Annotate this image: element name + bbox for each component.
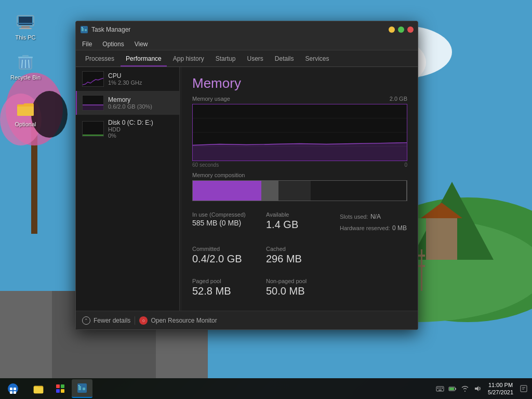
stat-in-use-label: In use (Compressed) <box>192 211 260 218</box>
resource-monitor-icon: ○ <box>139 316 148 325</box>
this-pc-label: This PC <box>15 34 35 41</box>
chart-time-end: 0 <box>404 162 407 168</box>
stat-committed: Committed 0.4/2.0 GB <box>192 246 260 272</box>
chart-label: Memory usage <box>192 96 230 102</box>
tray-battery-icon[interactable] <box>448 384 457 393</box>
taskbar-store[interactable] <box>50 379 71 398</box>
cpu-info: CPU 1% 2.30 GHz <box>108 72 142 86</box>
stat-paged: Paged pool 52.8 MB <box>192 278 260 304</box>
tray-volume-icon[interactable] <box>473 384 482 393</box>
svg-rect-58 <box>61 389 64 393</box>
stat-slots-value: N/A <box>370 213 381 220</box>
comp-modified <box>261 181 278 201</box>
menu-file[interactable]: File <box>80 39 94 49</box>
stat-nonpaged-label: Non-paged pool <box>266 278 334 284</box>
svg-rect-39 <box>83 105 104 111</box>
tab-processes[interactable]: Processes <box>80 52 119 66</box>
menu-bar: File Options View <box>76 38 418 50</box>
title-bar: Task Manager <box>76 21 418 38</box>
taskbar-tray: 11:00 PM 5/27/2021 <box>432 378 532 399</box>
chart-time-start: 60 seconds <box>192 162 219 168</box>
task-manager-window: Task Manager File Options View Processes… <box>75 21 418 330</box>
fewer-details-button[interactable]: ⌃ Fewer details <box>82 316 130 325</box>
tray-notification-icon[interactable] <box>520 384 528 393</box>
svg-rect-25 <box>19 28 32 29</box>
clock-time: 11:00 PM <box>488 381 513 389</box>
task-manager-icon <box>80 25 88 34</box>
desktop-icon-this-pc[interactable]: This PC <box>7 9 44 43</box>
svg-rect-50 <box>10 388 12 390</box>
desktop-icon-optional[interactable]: Optional <box>7 96 44 129</box>
desktop: This PC Recycle Bin Optional <box>0 0 532 399</box>
svg-rect-36 <box>82 27 83 28</box>
svg-rect-29 <box>22 55 29 57</box>
composition-section: Memory composition <box>182 168 418 205</box>
sidebar-item-memory[interactable]: Memory 0.6/2.0 GB (30%) <box>76 91 179 115</box>
stat-hw-reserved-label: Hardware reserved: <box>340 225 390 231</box>
main-panel: Memory Memory usage 2.0 GB <box>182 67 418 311</box>
tab-services[interactable]: Services <box>300 52 335 66</box>
sidebar: CPU 1% 2.30 GHz Memory <box>76 67 180 311</box>
svg-rect-57 <box>56 389 60 393</box>
stat-slots: Slots used: N/A Hardware reserved: 0 MB <box>340 211 407 240</box>
memory-usage-chart <box>192 104 407 161</box>
taskbar-clock[interactable]: 11:00 PM 5/27/2021 <box>486 381 515 396</box>
menu-view[interactable]: View <box>132 39 150 49</box>
stat-paged-label: Paged pool <box>192 278 260 284</box>
tray-network-icon[interactable] <box>461 384 469 393</box>
content-area: CPU 1% 2.30 GHz Memory <box>76 67 418 311</box>
sidebar-item-disk[interactable]: Disk 0 (C: D: E:) HDD 0% <box>76 115 179 143</box>
svg-rect-72 <box>521 385 527 392</box>
svg-rect-67 <box>438 390 442 391</box>
tab-app-history[interactable]: App history <box>168 52 209 66</box>
start-button[interactable] <box>0 378 26 399</box>
disk-sublabel: HDD <box>108 126 153 132</box>
memory-label: Memory <box>108 96 152 103</box>
tab-performance[interactable]: Performance <box>121 52 167 66</box>
maximize-button[interactable] <box>398 26 404 33</box>
tab-details[interactable]: Details <box>270 52 299 66</box>
cpu-sublabel: 1% 2.30 GHz <box>108 79 142 86</box>
svg-rect-51 <box>14 388 16 390</box>
open-resource-monitor-button[interactable]: ○ Open Resource Monitor <box>139 316 217 325</box>
stats-grid: In use (Compressed) 585 MB (0 MB) Availa… <box>182 205 418 311</box>
tab-bar: Processes Performance App history Startu… <box>76 50 418 67</box>
close-button[interactable] <box>407 26 414 33</box>
minimize-button[interactable] <box>389 26 395 33</box>
taskbar-file-explorer[interactable] <box>28 379 49 398</box>
stat-committed-value: 0.4/2.0 GB <box>192 253 260 265</box>
tray-keyboard-icon[interactable] <box>436 384 444 393</box>
taskbar-task-manager[interactable] <box>72 379 92 398</box>
svg-line-30 <box>22 60 22 68</box>
window-title: Task Manager <box>91 26 389 33</box>
svg-rect-41 <box>83 122 104 137</box>
svg-line-32 <box>29 60 29 68</box>
chart-header: Memory usage 2.0 GB <box>192 96 407 102</box>
svg-rect-56 <box>61 384 64 388</box>
panel-header: Memory <box>182 67 418 96</box>
tab-startup[interactable]: Startup <box>210 52 241 66</box>
stat-empty <box>340 246 407 272</box>
open-resource-monitor-label: Open Resource Monitor <box>151 317 217 324</box>
menu-options[interactable]: Options <box>100 39 126 49</box>
desktop-icon-recycle-bin[interactable]: Recycle Bin <box>7 49 44 83</box>
svg-rect-61 <box>83 388 85 390</box>
memory-info: Memory 0.6/2.0 GB (30%) <box>108 96 152 110</box>
disk-label: Disk 0 (C: D: E:) <box>108 119 153 126</box>
cpu-thumbnail <box>82 71 104 87</box>
bottom-bar: ⌃ Fewer details ○ Open Resource Monitor <box>76 311 418 329</box>
svg-rect-70 <box>449 388 454 390</box>
svg-rect-53 <box>14 391 16 394</box>
tab-users[interactable]: Users <box>242 52 268 66</box>
stat-hw-reserved-value: 0 MB <box>392 224 407 232</box>
svg-rect-69 <box>455 388 456 390</box>
stat-nonpaged: Non-paged pool 50.0 MB <box>266 278 334 304</box>
stat-paged-value: 52.8 MB <box>192 285 260 297</box>
svg-rect-62 <box>78 385 79 386</box>
optional-folder-icon <box>15 98 36 119</box>
disk-info: Disk 0 (C: D: E:) HDD 0% <box>108 119 153 139</box>
stat-nonpaged-value: 50.0 MB <box>266 285 334 297</box>
svg-rect-63 <box>436 387 444 391</box>
svg-rect-35 <box>85 29 87 31</box>
sidebar-item-cpu[interactable]: CPU 1% 2.30 GHz <box>76 67 179 91</box>
